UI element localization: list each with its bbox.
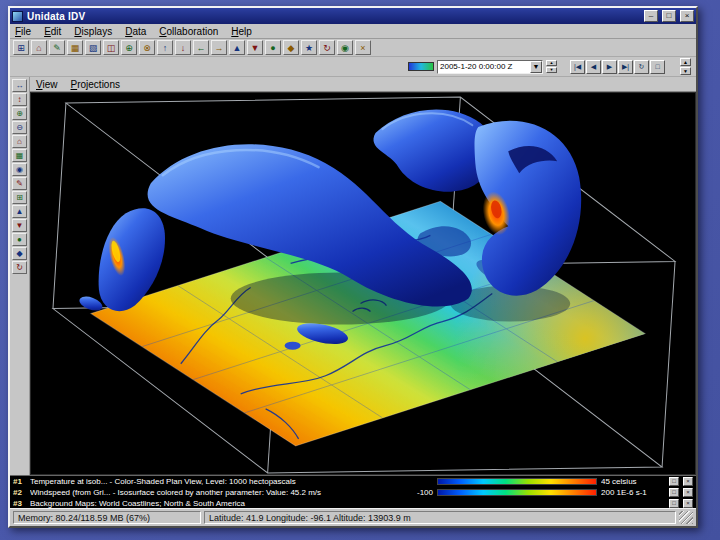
view-tool-icon[interactable]: ⌂: [12, 135, 27, 148]
legend-colorbar[interactable]: [437, 489, 597, 496]
view-tool-icon[interactable]: ↻: [12, 261, 27, 274]
view-toolbar: ↔↕⊕⊖⌂▦◉✎⊞▲▼●◆↻: [10, 77, 30, 475]
chevron-down-icon[interactable]: ▼: [530, 61, 542, 73]
legend-row-id: #3: [13, 499, 26, 508]
legend-row-temperature[interactable]: #1 Temperature at isob... - Color-Shaded…: [10, 476, 696, 487]
corner-up-button[interactable]: ▲: [680, 58, 691, 66]
view-tool-icon[interactable]: ▦: [12, 149, 27, 162]
animation-button[interactable]: □: [650, 60, 665, 74]
view-tool-icon[interactable]: ↕: [12, 93, 27, 106]
view-tool-icon[interactable]: ⊕: [12, 107, 27, 120]
view-tool-icon[interactable]: ▲: [12, 205, 27, 218]
corner-down-button[interactable]: ▼: [680, 67, 691, 75]
window-title: Unidata IDV: [27, 11, 640, 22]
legend-max-value: 200 1E-6 s-1: [601, 488, 665, 497]
legend-row-id: #1: [13, 477, 26, 486]
legend-panel: #1 Temperature at isob... - Color-Shaded…: [10, 475, 696, 508]
toolbar-icon[interactable]: ◆: [283, 40, 299, 55]
close-button[interactable]: ×: [680, 10, 694, 22]
view-menu-item[interactable]: Projections: [71, 79, 120, 90]
legend-float-button[interactable]: □: [669, 488, 679, 497]
animation-button[interactable]: |◀: [570, 60, 585, 74]
view-tool-icon[interactable]: ●: [12, 233, 27, 246]
legend-float-button[interactable]: □: [669, 477, 679, 486]
time-select-combobox[interactable]: 2005-1-20 0:00:00 Z ▼: [437, 60, 543, 74]
legend-max-value: 45 celsius: [601, 477, 665, 486]
legend-remove-button[interactable]: ×: [683, 499, 693, 508]
view-menu-bar: ViewProjections: [30, 77, 696, 92]
animation-button[interactable]: ▶: [602, 60, 617, 74]
view-tool-icon[interactable]: ◉: [12, 163, 27, 176]
toolbar-icon[interactable]: ▲: [229, 40, 245, 55]
corner-buttons: ▲ ▼: [680, 58, 691, 75]
minimize-button[interactable]: –: [644, 10, 658, 22]
menu-item[interactable]: Data: [125, 26, 146, 37]
legend-remove-button[interactable]: ×: [683, 488, 693, 497]
idv-window: Unidata IDV – □ × FileEditDisplaysDataCo…: [8, 6, 698, 528]
map-3d-view[interactable]: [30, 92, 696, 475]
toolbar-icon[interactable]: ●: [265, 40, 281, 55]
toolbar-icon[interactable]: ←: [193, 40, 209, 55]
animation-button[interactable]: ↻: [634, 60, 649, 74]
cursor-position-readout: Latitude: 41.9 Longitude: -96.1 Altitude…: [204, 511, 676, 524]
toolbar-icon[interactable]: ▼: [247, 40, 263, 55]
toolbar-icon[interactable]: ↻: [319, 40, 335, 55]
legend-row-windspeed[interactable]: #2 Windspeed (from Gri... - Isosurface c…: [10, 487, 696, 498]
legend-row-maps[interactable]: #3 Background Maps: World Coastlines; No…: [10, 498, 696, 508]
spinner-down-button[interactable]: ▼: [546, 67, 557, 73]
legend-row-label: Background Maps: World Coastlines; North…: [30, 499, 665, 508]
animation-button[interactable]: ▶|: [618, 60, 633, 74]
toolbar-icon[interactable]: ✎: [49, 40, 65, 55]
menu-item[interactable]: File: [15, 26, 31, 37]
legend-float-button[interactable]: □: [669, 499, 679, 508]
main-toolbar: ⊞⌂✎▦▧◫⊕⊗↑↓←→▲▼●◆★↻◉×: [10, 39, 696, 57]
maximize-button[interactable]: □: [662, 10, 676, 22]
animation-button[interactable]: ◀: [586, 60, 601, 74]
time-animation-bar: 2005-1-20 0:00:00 Z ▼ ▲ ▼ |◀◀▶▶|↻□ ▲ ▼: [10, 57, 696, 77]
toolbar-icon[interactable]: ◫: [103, 40, 119, 55]
main-area: ↔↕⊕⊖⌂▦◉✎⊞▲▼●◆↻ ViewProjections: [10, 77, 696, 475]
menu-item[interactable]: Displays: [74, 26, 112, 37]
toolbar-icon[interactable]: ⊞: [13, 40, 29, 55]
toolbar-icon[interactable]: ★: [301, 40, 317, 55]
animation-controls: |◀◀▶▶|↻□: [570, 60, 665, 74]
menu-item[interactable]: Edit: [44, 26, 61, 37]
toolbar-icon[interactable]: ⊗: [139, 40, 155, 55]
toolbar-icon[interactable]: ⌂: [31, 40, 47, 55]
status-bar: Memory: 80.24/118.59 MB (67%) Latitude: …: [10, 508, 696, 526]
view-tool-icon[interactable]: ▼: [12, 219, 27, 232]
toolbar-icon[interactable]: ◉: [337, 40, 353, 55]
toolbar-icon[interactable]: ⊕: [121, 40, 137, 55]
legend-colorbar[interactable]: [437, 478, 597, 485]
time-value: 2005-1-20 0:00:00 Z: [438, 62, 530, 71]
resize-grip[interactable]: [679, 511, 693, 524]
time-spinner: ▲ ▼: [546, 60, 557, 73]
spinner-up-button[interactable]: ▲: [546, 60, 557, 66]
toolbar-icon[interactable]: ×: [355, 40, 371, 55]
toolbar-icon[interactable]: →: [211, 40, 227, 55]
view-menu-item[interactable]: View: [36, 79, 58, 90]
legend-min-value: -100: [417, 488, 433, 497]
mini-colorbar: [408, 62, 434, 71]
3d-scene: [31, 93, 695, 474]
app-icon: [12, 11, 23, 22]
toolbar-icon[interactable]: ▧: [85, 40, 101, 55]
view-tool-icon[interactable]: ⊞: [12, 191, 27, 204]
memory-indicator: Memory: 80.24/118.59 MB (67%): [13, 511, 201, 524]
legend-row-label: Windspeed (from Gri... - Isosurface colo…: [30, 488, 413, 497]
title-bar[interactable]: Unidata IDV – □ ×: [10, 8, 696, 24]
toolbar-icon[interactable]: ↑: [157, 40, 173, 55]
toolbar-icon[interactable]: ▦: [67, 40, 83, 55]
toolbar-icon[interactable]: ↓: [175, 40, 191, 55]
view-tool-icon[interactable]: ◆: [12, 247, 27, 260]
menu-item[interactable]: Collaboration: [159, 26, 218, 37]
view-tool-icon[interactable]: ↔: [12, 79, 27, 92]
view-tool-icon[interactable]: ⊖: [12, 121, 27, 134]
legend-row-label: Temperature at isob... - Color-Shaded Pl…: [30, 477, 429, 486]
view-panel: ViewProjections: [30, 77, 696, 475]
view-tool-icon[interactable]: ✎: [12, 177, 27, 190]
menu-item[interactable]: Help: [231, 26, 252, 37]
legend-row-id: #2: [13, 488, 26, 497]
legend-remove-button[interactable]: ×: [683, 477, 693, 486]
menu-bar: FileEditDisplaysDataCollaborationHelp: [10, 24, 696, 39]
